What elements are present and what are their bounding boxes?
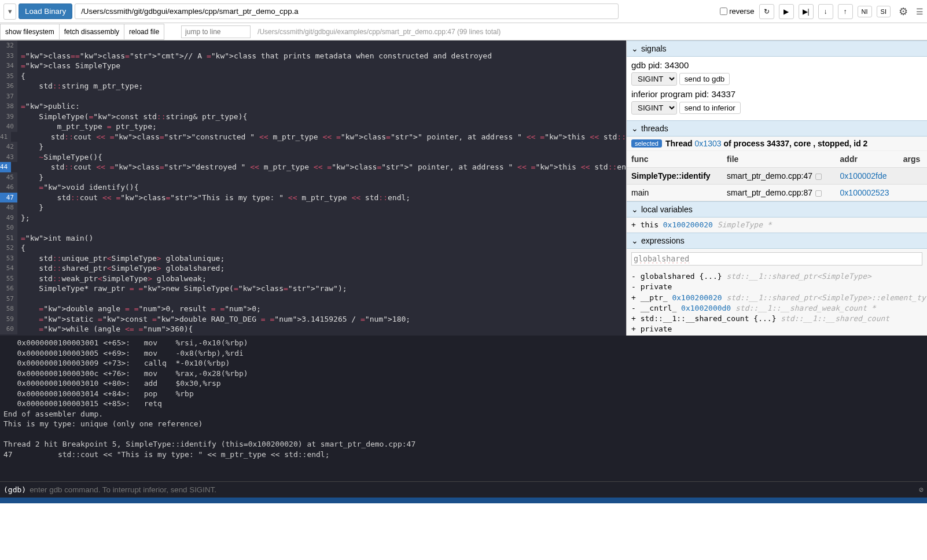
si-button[interactable]: SI <box>877 6 891 17</box>
code-line[interactable]: 37 <box>0 91 626 102</box>
code-line[interactable]: 42 } <box>0 142 626 152</box>
code-line[interactable]: 55 std::weak_ptr<SimpleType> globalweak; <box>0 274 626 284</box>
code-line[interactable]: 44 std::cout << ="kw">class="str">"destr… <box>0 162 626 172</box>
code-line[interactable]: 59 ="kw">static ="kw">const ="kw">double… <box>0 314 626 325</box>
reload-file-button[interactable]: reload file <box>124 24 164 40</box>
gutter[interactable]: 54 <box>0 263 17 274</box>
step-over-icon[interactable]: ↓ <box>818 4 833 19</box>
gutter[interactable]: 35 <box>0 71 17 82</box>
gutter[interactable]: 55 <box>0 274 17 284</box>
locals-header[interactable]: ⌄local variables <box>627 201 927 218</box>
gutter[interactable]: 59 <box>0 314 17 325</box>
right-panel: ⌄signals gdb pid: 34300 SIGINT send to g… <box>626 40 927 336</box>
code-line[interactable]: 33="kw">class=="kw">class="str">"cmt">//… <box>0 51 626 61</box>
code-line[interactable]: 39 SimpleType(="kw">const std::string& p… <box>0 112 626 122</box>
gutter[interactable]: 60 <box>0 324 17 334</box>
load-menu-caret[interactable]: ▾ <box>3 3 16 20</box>
gutter[interactable]: 40 <box>0 121 17 132</box>
code-line[interactable]: 50 <box>0 223 626 233</box>
code-line[interactable]: 47 std::cout << ="kw">class="str">"This … <box>0 193 626 203</box>
gutter[interactable]: 56 <box>0 283 17 294</box>
send-to-inferior-button[interactable]: send to inferior <box>679 102 741 114</box>
gutter[interactable]: 43 <box>0 152 17 163</box>
gutter[interactable]: 44 <box>0 162 11 172</box>
gutter[interactable]: 37 <box>0 91 17 102</box>
pause-icon[interactable]: ▶| <box>799 4 814 19</box>
expressions-header[interactable]: ⌄expressions <box>627 233 927 249</box>
code-line[interactable]: 41 std::cout << ="kw">class="str">"const… <box>0 132 626 142</box>
code-line[interactable]: 57 <box>0 294 626 304</box>
gutter[interactable]: 48 <box>0 202 17 213</box>
code-line[interactable]: 46 ="kw">void identify(){ <box>0 182 626 193</box>
code-line[interactable]: 32 <box>0 40 626 51</box>
reverse-checkbox[interactable]: reverse <box>720 7 754 16</box>
gdb-signal-select[interactable]: SIGINT <box>631 72 677 86</box>
gutter[interactable]: 53 <box>0 253 17 264</box>
gutter[interactable]: 46 <box>0 182 17 193</box>
send-to-gdb-button[interactable]: send to gdb <box>679 73 730 85</box>
code-line[interactable]: 43 ~SimpleType(){ <box>0 152 626 163</box>
gutter[interactable]: 38 <box>0 101 17 112</box>
thread-addr-link[interactable]: 0x1303 <box>695 139 722 148</box>
gutter[interactable]: 41 <box>0 132 11 142</box>
code-line[interactable]: 36 std::string m_ptr_type; <box>0 81 626 91</box>
gutter[interactable]: 51 <box>0 233 17 244</box>
gdb-input-row: (gdb) ⊘ <box>0 481 927 498</box>
code-line[interactable]: 45 } <box>0 172 626 183</box>
gutter[interactable]: 34 <box>0 61 17 71</box>
gutter[interactable]: 47 <box>0 193 17 203</box>
stack-table: func file addr args SimpleType::identify… <box>627 151 927 201</box>
load-binary-button[interactable]: Load Binary <box>19 3 72 19</box>
code-line[interactable]: 52{ <box>0 243 626 253</box>
gutter[interactable]: 36 <box>0 81 17 91</box>
jump-to-line-input[interactable] <box>181 25 251 38</box>
binary-path-input[interactable] <box>75 3 619 19</box>
code-line[interactable]: 54 std::shared_ptr<SimpleType> globalsha… <box>0 263 626 274</box>
gutter[interactable]: 57 <box>0 294 17 304</box>
gdb-command-input[interactable] <box>30 485 919 494</box>
signals-header[interactable]: ⌄signals <box>627 40 927 57</box>
expression-tree[interactable]: - globalshared {...} std::__1::shared_pt… <box>627 269 927 336</box>
code-line[interactable]: 34="kw">class SimpleType <box>0 61 626 71</box>
code-line[interactable]: 48 } <box>0 202 626 213</box>
code-line[interactable]: 35{ <box>0 71 626 82</box>
code-panel[interactable]: 3233="kw">class=="kw">class="str">"cmt">… <box>0 40 626 336</box>
code-line[interactable]: 49}; <box>0 213 626 223</box>
signals-body: gdb pid: 34300 SIGINT send to gdb inferi… <box>627 57 927 120</box>
gutter[interactable]: 52 <box>0 243 17 253</box>
gutter[interactable]: 32 <box>0 40 17 51</box>
code-line[interactable]: 56 SimpleType* raw_ptr = ="kw">new Simpl… <box>0 283 626 294</box>
gdb-prompt: (gdb) <box>3 485 26 494</box>
restart-icon[interactable]: ↻ <box>759 4 774 19</box>
inferior-signal-select[interactable]: SIGINT <box>631 101 677 115</box>
chevron-down-icon: ⌄ <box>631 205 638 214</box>
gutter[interactable]: 45 <box>0 172 17 183</box>
step-out-icon[interactable]: ↑ <box>838 4 853 19</box>
threads-header[interactable]: ⌄threads <box>627 120 927 137</box>
code-line[interactable]: 58 ="kw">double angle = ="num">0, result… <box>0 304 626 314</box>
code-line[interactable]: 38="kw">public: <box>0 101 626 112</box>
code-line[interactable]: 51="kw">int main() <box>0 233 626 244</box>
continue-icon[interactable]: ▶ <box>779 4 794 19</box>
stack-row[interactable]: SimpleType::identifysmart_ptr_demo.cpp:4… <box>627 168 927 185</box>
code-line[interactable]: 40 m_ptr_type = ptr_type; <box>0 121 626 132</box>
gutter[interactable]: 49 <box>0 213 17 223</box>
selected-badge: selected <box>631 139 662 148</box>
code-line[interactable]: 53 std::unique_ptr<SimpleType> globaluni… <box>0 253 626 264</box>
gutter[interactable]: 50 <box>0 223 17 233</box>
gutter[interactable]: 39 <box>0 112 17 122</box>
fetch-disassembly-button[interactable]: fetch disassembly <box>59 24 124 40</box>
gutter[interactable]: 33 <box>0 51 17 61</box>
ni-button[interactable]: NI <box>858 6 872 17</box>
gdb-console[interactable]: 0x0000000100003001 <+65>: mov %rsi,-0x10… <box>0 336 927 481</box>
code-line[interactable]: 60 ="kw">while (angle <= ="num">360){ <box>0 324 626 334</box>
gutter[interactable]: 42 <box>0 142 17 152</box>
stack-row[interactable]: mainsmart_ptr_demo.cpp:87 ▢0x100002523 <box>627 185 927 201</box>
menu-icon[interactable]: ☰ <box>916 7 924 16</box>
expression-input[interactable] <box>631 252 922 266</box>
settings-gear-icon[interactable]: ⚙ <box>899 5 908 18</box>
gutter[interactable]: 58 <box>0 304 17 314</box>
clear-console-icon[interactable]: ⊘ <box>919 485 924 494</box>
show-filesystem-button[interactable]: show filesystem <box>0 24 60 40</box>
thread-row[interactable]: selected Thread 0x1303 of process 34337,… <box>627 137 927 151</box>
